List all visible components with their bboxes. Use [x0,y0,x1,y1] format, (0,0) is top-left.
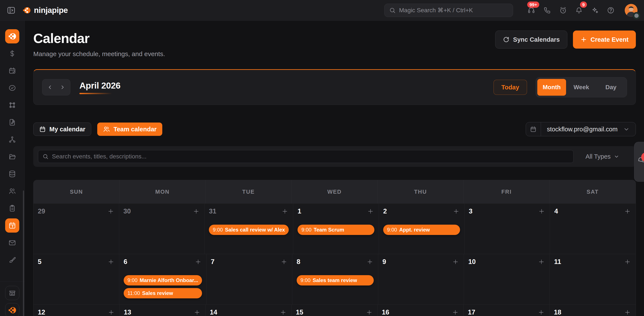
nav-contacts[interactable] [5,184,19,198]
add-event-plus-icon[interactable] [279,308,287,316]
event-time: 9:00 [128,277,138,283]
day-cell-12[interactable]: 12 [34,304,120,316]
magic-search[interactable] [384,4,513,17]
ai-sparkles-icon[interactable] [588,4,602,17]
calendar-event[interactable]: 9:00Marnie Alforth Onboar... [124,275,202,285]
nav-approvals[interactable] [5,81,19,95]
day-cell-16[interactable]: 16 [378,304,464,316]
nav-mail[interactable] [5,236,19,250]
calendar-event[interactable]: 9:00Appt. review [383,225,460,235]
account-selector[interactable]: stockflow.pro@gmail.com [526,122,636,136]
day-number: 1 [298,207,301,215]
sidebar-scrollbar[interactable] [23,191,24,316]
next-month-button[interactable] [57,81,68,93]
add-event-plus-icon[interactable] [281,207,289,215]
sync-calendars-button[interactable]: Sync Calendars [495,31,567,49]
day-cell-3[interactable]: 3 [464,203,550,254]
add-event-plus-icon[interactable] [367,207,374,215]
nav-automations[interactable] [5,132,19,146]
day-cell-1[interactable]: 19:00Team Scrum [293,203,379,254]
add-event-plus-icon[interactable] [280,258,288,266]
event-search[interactable] [38,150,574,163]
day-cell-10[interactable]: 10 [464,254,550,304]
nav-marketplace[interactable] [5,286,19,300]
add-event-plus-icon[interactable] [107,207,115,215]
add-event-plus-icon[interactable] [193,308,201,316]
alarm-clock-icon[interactable] [556,4,570,17]
weekday-header: SUN [34,180,120,203]
calendar-event[interactable]: 9:00Sales call review w/ Alex [209,225,289,235]
phone-icon[interactable] [540,4,554,17]
day-cell-11[interactable]: 11 [550,254,636,304]
day-cell-17[interactable]: 17 [464,304,550,316]
chat-widget[interactable]: 3 [634,142,644,182]
nav-forms[interactable] [5,201,19,215]
nav-calendar[interactable] [5,218,19,233]
magic-search-input[interactable] [399,7,508,14]
prev-month-button[interactable] [44,81,56,93]
day-cell-8[interactable]: 89:00Sales team review [292,254,378,304]
calendar-event[interactable]: 11:00Sales review [124,288,202,298]
view-day-button[interactable]: Day [596,79,625,96]
add-event-plus-icon[interactable] [452,207,460,215]
my-calendar-button[interactable]: My calendar [33,122,91,136]
nav-documents[interactable] [5,115,19,129]
day-cell-31[interactable]: 319:00Sales call review w/ Alex [204,203,293,254]
week-row: 2930319:00Sales call review w/ Alex19:00… [34,203,636,254]
add-event-plus-icon[interactable] [624,258,631,266]
nav-canvas[interactable] [5,98,19,112]
nav-files[interactable] [5,150,19,164]
day-cell-5[interactable]: 5 [34,254,119,304]
add-event-plus-icon[interactable] [538,258,545,266]
day-cell-13[interactable]: 13 [120,304,206,316]
add-event-plus-icon[interactable] [365,308,373,316]
calendar-event[interactable]: 9:00Team Scrum [298,225,374,235]
add-event-plus-icon[interactable] [538,207,546,215]
day-cell-29[interactable]: 29 [34,203,119,254]
brand-logo-icon [22,6,31,15]
today-button[interactable]: Today [494,80,527,95]
nav-finance[interactable] [5,46,19,61]
add-event-plus-icon[interactable] [537,308,545,316]
add-event-plus-icon[interactable] [366,258,374,266]
status-dot [633,12,640,19]
nav-ninjapipe-app[interactable] [5,303,19,316]
user-avatar[interactable] [625,4,638,17]
team-calendar-button[interactable]: Team calendar [97,122,162,136]
day-cell-6[interactable]: 69:00Marnie Alforth Onboar...11:00Sales … [119,254,206,304]
type-filter-dropdown[interactable]: All Types [574,153,631,160]
nav-schedule[interactable] [5,64,19,78]
add-event-plus-icon[interactable] [452,258,460,266]
event-search-input[interactable] [52,153,569,160]
notifications-bell-icon[interactable]: 9 [572,4,586,17]
day-cell-14[interactable]: 14 [206,304,292,316]
support-headset-icon[interactable]: 99+ [525,4,538,17]
help-icon[interactable] [604,4,618,17]
nav-database[interactable] [5,167,19,181]
day-cell-9[interactable]: 9 [378,254,464,304]
day-cell-4[interactable]: 4 [550,203,636,254]
create-event-label: Create Event [590,36,628,43]
add-event-plus-icon[interactable] [624,308,631,316]
add-event-plus-icon[interactable] [452,308,459,316]
calendar-event[interactable]: 9:00Sales team review [297,275,374,285]
add-event-plus-icon[interactable] [107,308,115,316]
day-cell-2[interactable]: 29:00Appt. review [379,203,464,254]
day-cell-30[interactable]: 30 [119,203,205,254]
sidebar-toggle-icon[interactable] [6,5,17,16]
brand[interactable]: ninjapipe [22,6,68,15]
nav-home[interactable] [5,29,19,43]
day-cell-15[interactable]: 15 [292,304,378,316]
view-month-button[interactable]: Month [537,79,566,96]
day-cell-7[interactable]: 7 [206,254,292,304]
nav-design[interactable] [5,253,19,267]
day-cell-18[interactable]: 18 [550,304,636,316]
create-event-button[interactable]: Create Event [573,31,636,49]
add-event-plus-icon[interactable] [107,258,115,266]
add-event-plus-icon[interactable] [194,258,202,266]
view-week-button[interactable]: Week [567,79,596,96]
day-number: 30 [124,207,131,215]
add-event-plus-icon[interactable] [624,207,631,215]
add-event-plus-icon[interactable] [192,207,200,215]
day-number: 9 [382,258,386,266]
